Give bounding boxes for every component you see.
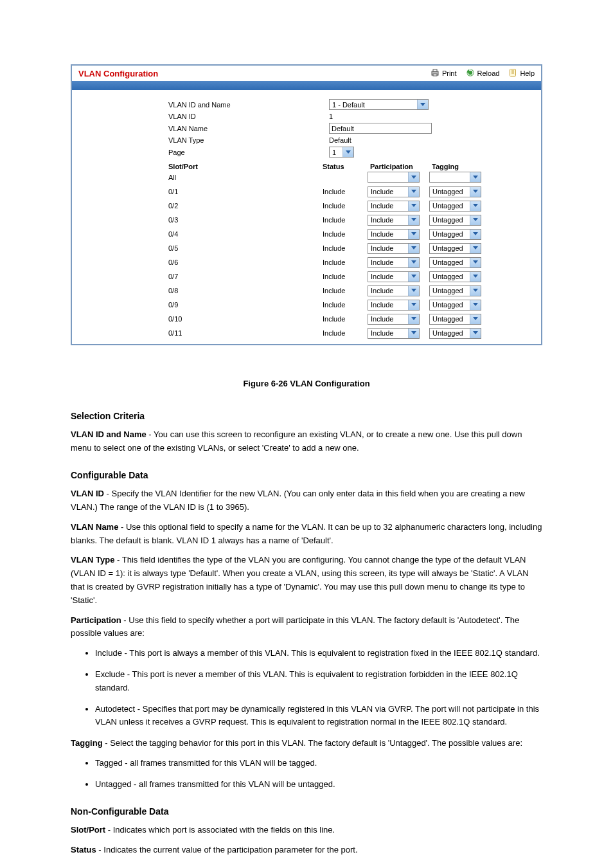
svg-rect-2	[433, 74, 437, 76]
cell-status: Include	[323, 244, 368, 252]
hdr-tagging: Tagging	[428, 163, 490, 170]
svg-marker-33	[411, 331, 416, 334]
select-tagging[interactable]: Untagged	[429, 328, 481, 339]
select-tagging[interactable]: Untagged	[429, 300, 481, 311]
select-participation[interactable]: Include	[368, 215, 420, 226]
p-nonconfig-status: Status - Indicates the current value of …	[71, 844, 542, 857]
select-page[interactable]: 1	[329, 147, 354, 158]
print-button[interactable]: Print	[431, 68, 457, 78]
chevron-down-icon	[470, 230, 481, 239]
svg-marker-25	[411, 275, 416, 278]
select-tagging-value: Untagged	[430, 329, 470, 338]
select-participation[interactable]: Include	[368, 285, 420, 296]
cell-slotport: All	[85, 174, 323, 181]
chevron-down-icon	[408, 329, 419, 338]
svg-marker-29	[411, 303, 416, 306]
select-tagging[interactable]: Untagged	[429, 215, 481, 226]
svg-marker-15	[411, 204, 416, 207]
select-tagging[interactable]: Untagged	[429, 257, 481, 268]
select-vlan-id-and-name-value: 1 - Default	[330, 100, 417, 109]
help-label: Help	[520, 69, 535, 77]
select-participation[interactable]: Include	[368, 229, 420, 240]
select-tagging[interactable]: Untagged	[429, 243, 481, 254]
svg-marker-32	[473, 317, 478, 320]
reload-button[interactable]: Reload	[466, 68, 500, 78]
select-tagging[interactable]: Untagged	[429, 285, 481, 296]
svg-marker-14	[473, 190, 478, 193]
cell-status: Include	[323, 301, 368, 309]
cell-slotport: 0/10	[85, 315, 323, 323]
svg-marker-23	[411, 260, 416, 264]
chevron-down-icon	[470, 272, 481, 282]
label-vlan-id: VLAN ID	[85, 113, 329, 120]
chevron-down-icon	[408, 201, 419, 211]
chevron-down-icon	[470, 172, 481, 182]
svg-marker-18	[473, 218, 478, 221]
select-participation[interactable]: Include	[368, 186, 420, 197]
cell-slotport: 0/1	[85, 188, 323, 195]
chevron-down-icon	[408, 172, 419, 182]
select-tagging-value: Untagged	[430, 187, 470, 197]
select-vlan-id-and-name[interactable]: 1 - Default	[329, 99, 429, 110]
select-participation-value: Include	[368, 230, 408, 239]
select-participation-value: Include	[368, 215, 408, 225]
label-vlan-name: VLAN Name	[85, 125, 329, 132]
help-button[interactable]: Help	[508, 68, 535, 78]
select-participation[interactable]: Include	[368, 201, 420, 212]
select-tagging[interactable]: Untagged	[429, 314, 481, 325]
select-participation[interactable]: Include	[368, 328, 420, 339]
chevron-down-icon	[408, 258, 419, 267]
cell-slotport: 0/9	[85, 301, 323, 309]
select-participation[interactable]: Include	[368, 271, 420, 282]
select-participation-value: Include	[368, 329, 408, 338]
chevron-down-icon	[470, 258, 481, 267]
print-label: Print	[442, 69, 457, 77]
select-participation-all[interactable]	[368, 172, 420, 183]
select-tagging-value: Untagged	[430, 201, 470, 211]
select-tagging-all[interactable]	[429, 172, 481, 183]
table-row: 0/4IncludeIncludeUntagged	[85, 227, 528, 241]
select-tagging[interactable]: Untagged	[429, 271, 481, 282]
chevron-down-icon	[470, 314, 481, 324]
svg-marker-12	[473, 176, 478, 179]
hdr-selection-criteria: Selection Criteria	[71, 409, 542, 423]
chevron-down-icon	[408, 215, 419, 225]
select-tagging-value: Untagged	[430, 286, 470, 296]
select-participation[interactable]: Include	[368, 300, 420, 311]
chevron-down-icon	[470, 300, 481, 310]
cell-status: Include	[323, 287, 368, 294]
chevron-down-icon	[408, 244, 419, 253]
li-untagged: Untagged - all frames transmitted for th…	[95, 778, 542, 791]
input-vlan-name[interactable]	[329, 123, 432, 134]
table-row: 0/8IncludeIncludeUntagged	[85, 284, 528, 298]
vlan-config-panel: VLAN Configuration Print Reload Help VLA…	[71, 64, 542, 345]
reload-label: Reload	[477, 69, 500, 77]
chevron-down-icon	[470, 187, 481, 197]
table-row: 0/7IncludeIncludeUntagged	[85, 269, 528, 284]
select-tagging[interactable]: Untagged	[429, 229, 481, 240]
hdr-nonconfig: Non-Configurable Data	[71, 804, 542, 818]
table-row: 0/10IncludeIncludeUntagged	[85, 312, 528, 326]
select-participation-value: Include	[368, 244, 408, 253]
select-participation[interactable]: Include	[368, 257, 420, 268]
select-tagging-value: Untagged	[430, 258, 470, 267]
svg-marker-21	[411, 246, 416, 249]
svg-marker-10	[346, 150, 351, 154]
doc-body: Figure 6-26 VLAN Configuration Selection…	[71, 377, 542, 868]
cell-slotport: 0/4	[85, 230, 323, 238]
cell-slotport: 0/8	[85, 287, 323, 294]
select-tagging[interactable]: Untagged	[429, 186, 481, 197]
svg-marker-27	[411, 289, 416, 292]
select-participation[interactable]: Include	[368, 243, 420, 254]
list-tagging: Tagged - all frames transmitted for this…	[86, 757, 542, 791]
p-config-vlan-type: VLAN Type - This field identifies the ty…	[71, 554, 542, 607]
select-tagging[interactable]: Untagged	[429, 201, 481, 212]
svg-marker-17	[411, 218, 416, 221]
table-row: 0/3IncludeIncludeUntagged	[85, 213, 528, 227]
select-participation-value: Include	[368, 286, 408, 296]
li-include: Include - This port is always a member o…	[95, 647, 542, 660]
select-participation[interactable]: Include	[368, 314, 420, 325]
select-tagging-value: Untagged	[430, 272, 470, 282]
chevron-down-icon	[470, 244, 481, 253]
select-page-value: 1	[330, 147, 342, 157]
